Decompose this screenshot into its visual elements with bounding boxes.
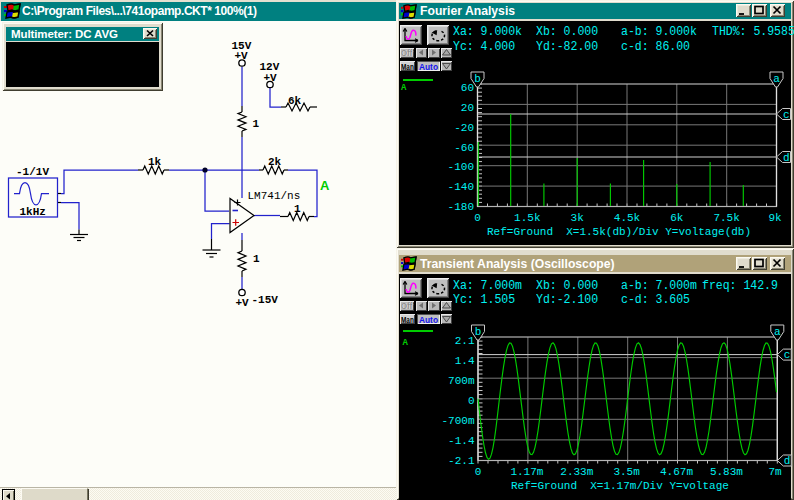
svg-text:-100: -100 — [448, 161, 474, 173]
svg-text:-1.4: -1.4 — [448, 435, 475, 447]
svg-text:-15V: -15V — [252, 294, 279, 306]
svg-text:-140: -140 — [448, 181, 474, 193]
svg-text:0: 0 — [468, 395, 475, 407]
svg-text:-2.1: -2.1 — [448, 455, 475, 467]
svg-text:+V: +V — [236, 297, 250, 309]
svg-text:b: b — [475, 326, 482, 338]
svg-text:+V: +V — [264, 72, 278, 84]
svg-text:-20: -20 — [454, 122, 474, 134]
svg-text:1.5k: 1.5k — [514, 212, 541, 224]
svg-text:3k: 3k — [571, 212, 585, 224]
svg-text:1.17m: 1.17m — [510, 466, 543, 478]
svg-text:d: d — [783, 152, 790, 164]
svg-text:+V: +V — [235, 50, 249, 62]
svg-text:Ref=Ground X=1.17m/Div Y=volt: Ref=Ground X=1.17m/Div Y=voltage — [511, 480, 729, 492]
svg-text:c: c — [784, 349, 791, 361]
svg-text:c: c — [783, 109, 790, 121]
svg-text:6k: 6k — [288, 95, 302, 107]
svg-text:b: b — [474, 73, 481, 85]
svg-text:3.5m: 3.5m — [613, 466, 640, 478]
svg-text:Ref=Ground X=1.5k(db)/Div Y=v: Ref=Ground X=1.5k(db)/Div Y=voltage(db) — [487, 226, 751, 238]
svg-text:1k: 1k — [148, 156, 162, 168]
svg-text:1kHz: 1kHz — [20, 206, 46, 218]
svg-text:4.67m: 4.67m — [660, 466, 693, 478]
svg-text:-700m: -700m — [441, 415, 474, 427]
svg-text:5.83m: 5.83m — [710, 466, 743, 478]
svg-text:-1/1V: -1/1V — [16, 166, 49, 178]
svg-text:2.1: 2.1 — [455, 335, 475, 347]
svg-text:2k: 2k — [268, 156, 282, 168]
svg-text:1.4: 1.4 — [455, 355, 475, 367]
svg-text:6k: 6k — [670, 212, 684, 224]
svg-text:4.5k: 4.5k — [614, 212, 641, 224]
svg-text:1: 1 — [253, 253, 260, 265]
svg-text:7.5k: 7.5k — [713, 212, 740, 224]
svg-text:2.33m: 2.33m — [560, 466, 593, 478]
svg-text:60: 60 — [461, 82, 474, 94]
svg-text:1: 1 — [294, 203, 301, 215]
svg-text:0: 0 — [475, 466, 482, 478]
svg-text:A: A — [320, 178, 330, 193]
svg-text:-180: -180 — [448, 201, 474, 213]
svg-text:7m: 7m — [768, 466, 782, 478]
svg-text:-60: -60 — [454, 142, 474, 154]
svg-text:1: 1 — [253, 118, 260, 130]
svg-text:0: 0 — [474, 212, 481, 224]
svg-text:700m: 700m — [448, 375, 475, 387]
svg-text:a: a — [774, 326, 781, 338]
svg-text:LM741/ns: LM741/ns — [248, 190, 301, 202]
svg-text:20: 20 — [461, 102, 474, 114]
svg-text:d: d — [784, 455, 791, 467]
svg-text:9k: 9k — [768, 212, 782, 224]
svg-text:a: a — [773, 73, 780, 85]
